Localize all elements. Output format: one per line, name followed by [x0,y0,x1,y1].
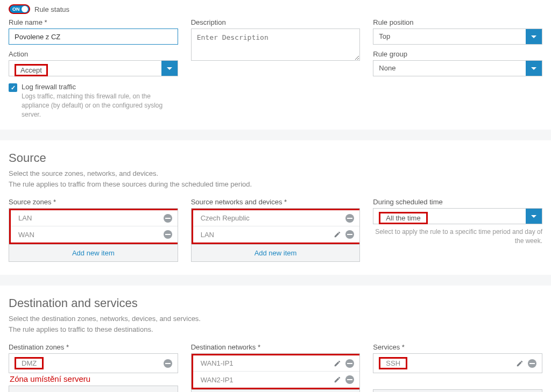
toggle-knob [22,6,28,12]
source-network-item-0: Czech Republic [199,214,250,222]
list-item[interactable]: LAN [11,210,178,226]
remove-icon[interactable] [345,230,354,239]
chevron-down-icon [167,67,172,70]
rule-name-label: Rule name [9,18,178,26]
pencil-icon[interactable] [516,360,524,367]
remove-icon[interactable] [528,359,536,368]
list-item[interactable]: DMZ [9,354,178,373]
rule-status-label: Rule status [34,5,69,13]
source-sub1: Select the source zones, networks, and d… [9,168,542,179]
log-firewall-help: Logs traffic, matching this firewall rul… [22,92,178,119]
rule-position-dropdown-button[interactable] [526,29,542,44]
source-zone-item-1: WAN [16,231,34,239]
action-dropdown-button[interactable] [161,61,178,76]
action-label: Action [9,50,178,58]
chevron-down-icon [531,67,536,70]
services-add[interactable]: Add new item [373,389,542,392]
remove-icon[interactable] [345,375,354,384]
description-label: Description [191,18,361,26]
services-label: Services [373,343,542,351]
list-item[interactable]: LAN [193,226,360,243]
remove-icon[interactable] [345,359,354,368]
dest-zones-label: Destination zones [9,343,178,351]
log-firewall-checkbox[interactable]: ✓ [9,83,17,92]
list-item[interactable]: WAN1-IP1 [193,355,360,372]
rule-group-value: None [373,61,526,76]
pencil-icon[interactable] [334,231,341,238]
services-item-0: SSH [379,357,407,369]
remove-icon[interactable] [164,214,172,223]
rule-position-select[interactable]: Top [373,28,542,45]
dest-zones-add[interactable]: Add new item [9,386,178,392]
dest-networks-list: WAN1-IP1 WAN2-IP1 [191,353,361,390]
source-network-item-1: LAN [199,231,214,239]
rule-status-toggle[interactable]: ON [9,4,30,14]
source-zones-list: LAN WAN [9,208,178,245]
action-value: Accept [15,64,48,76]
source-networks-list: Czech Republic LAN [191,208,361,245]
pencil-icon[interactable] [334,360,341,367]
source-zones-label: Source zones [9,198,178,206]
source-networks-add[interactable]: Add new item [191,245,361,262]
schedule-dropdown-button[interactable] [526,209,542,224]
destination-sub1: Select the destination zones, networks, … [9,313,542,324]
list-item[interactable]: Czech Republic [193,210,360,226]
source-networks-label: Source networks and devices [191,198,361,206]
dest-zone-item-0: DMZ [15,357,44,369]
services-list: SSH [373,353,542,373]
rule-name-input[interactable] [9,28,178,45]
dest-network-item-0: WAN1-IP1 [199,359,234,367]
rule-position-value: Top [373,29,526,44]
log-firewall-label: Log firewall traffic [22,83,178,91]
rule-position-label: Rule position [373,18,542,26]
destination-title: Destination and services [9,296,542,310]
dest-networks-label: Destination networks [191,343,361,351]
schedule-value: All the time [379,212,427,224]
rule-group-dropdown-button[interactable] [526,61,542,76]
pencil-icon[interactable] [334,376,341,383]
source-zones-add[interactable]: Add new item [9,245,178,262]
chevron-down-icon [531,35,536,38]
source-title: Source [9,151,542,165]
list-item[interactable]: WAN2-IP1 [193,372,360,388]
rule-group-label: Rule group [373,50,542,58]
remove-icon[interactable] [164,230,172,239]
remove-icon[interactable] [164,359,172,368]
chevron-down-icon [531,215,536,218]
remove-icon[interactable] [345,214,354,223]
dest-zone-note: Zóna umístění serveru [9,374,178,383]
schedule-help: Select to apply the rule to a specific t… [373,227,542,246]
source-zone-item-0: LAN [16,214,32,222]
schedule-select[interactable]: All the time [373,208,542,224]
schedule-label: During scheduled time [373,198,542,206]
destination-sub2: The rule applies to traffic to these des… [9,324,542,335]
source-sub2: The rule applies to traffic from these s… [9,179,542,190]
rule-group-select[interactable]: None [373,60,542,76]
action-select[interactable]: Accept [9,60,178,76]
list-item[interactable]: SSH [373,354,542,373]
toggle-on-label: ON [12,6,20,12]
list-item[interactable]: WAN [11,226,178,243]
dest-zones-list: DMZ [9,353,178,373]
dest-networks-add[interactable]: Add new item [191,390,361,392]
dest-network-item-1: WAN2-IP1 [199,376,234,384]
description-textarea[interactable] [191,28,361,61]
